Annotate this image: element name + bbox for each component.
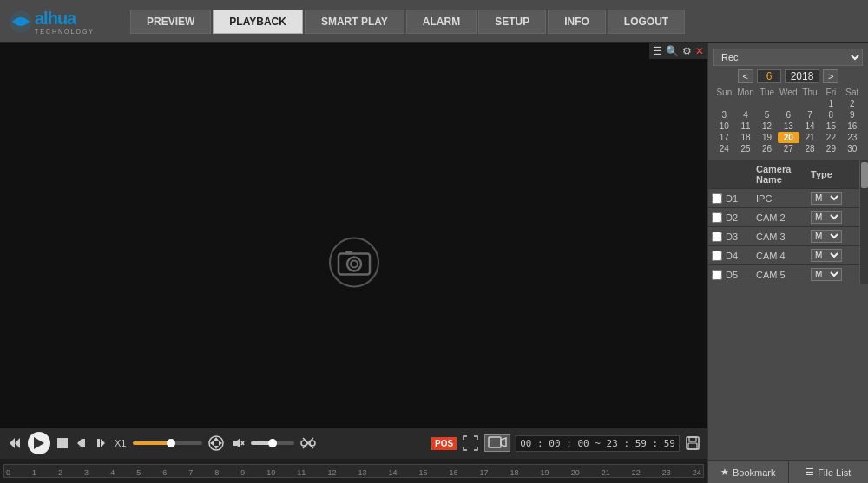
play-icon — [34, 437, 44, 449]
logo-text: alhua — [35, 9, 95, 29]
cal-day-22[interactable]: 22 — [820, 132, 841, 143]
cal-day-17[interactable]: 17 — [713, 132, 735, 143]
clip-button[interactable] — [299, 434, 317, 452]
rec-dropdown[interactable]: Rec — [713, 49, 863, 66]
time-range: 00 : 00 : 00 ~ 23 : 59 : 59 — [516, 435, 680, 452]
cal-day-28[interactable]: 28 — [799, 143, 821, 154]
svg-marker-16 — [214, 446, 219, 449]
stop-button[interactable] — [56, 436, 69, 450]
calendar-section: Rec < > Sun Mon Tue Wed Thu — [708, 43, 868, 160]
cal-day-2[interactable]: 2 — [842, 98, 863, 109]
move-button[interactable] — [207, 434, 225, 452]
file-list-button[interactable]: ☰ File List — [789, 461, 869, 483]
rewind-button[interactable] — [7, 435, 23, 451]
toolbar-zoom-icon[interactable]: 🔍 — [666, 45, 679, 57]
cal-day-16[interactable]: 16 — [842, 121, 863, 132]
nav-setup[interactable]: SETUP — [478, 10, 546, 34]
nav-playback[interactable]: PLAYBACK — [213, 10, 303, 34]
cal-day-24[interactable]: 24 — [713, 143, 735, 154]
cal-day-14[interactable]: 14 — [799, 121, 821, 132]
cam-name-d1: IPC — [756, 193, 811, 204]
cam-type-select-d1[interactable]: M S — [811, 192, 842, 205]
cam-checkbox-d3[interactable] — [712, 232, 722, 242]
logo-icon — [9, 10, 33, 34]
toolbar-search-icon[interactable]: ☰ — [653, 45, 662, 57]
svg-point-4 — [351, 260, 358, 267]
cal-day-23[interactable]: 23 — [842, 132, 863, 143]
cam-name-d4: CAM 4 — [756, 251, 811, 261]
cal-day-10[interactable]: 10 — [713, 121, 735, 132]
fullscreen-button[interactable] — [462, 434, 479, 452]
prev-frame-button[interactable] — [75, 436, 89, 450]
speed-slider[interactable] — [133, 441, 202, 445]
year-input[interactable] — [785, 69, 819, 83]
next-frame-button[interactable] — [94, 436, 108, 450]
cal-day-7[interactable]: 7 — [799, 109, 821, 121]
cam-checkbox-d4[interactable] — [712, 251, 722, 261]
month-input[interactable] — [757, 69, 781, 83]
playback-controls: X1 — [0, 428, 707, 459]
timeline-label-7: 7 — [188, 468, 193, 477]
prev-month-button[interactable]: < — [738, 69, 753, 83]
cal-day-1[interactable]: 1 — [820, 98, 841, 109]
next-month-button[interactable]: > — [823, 69, 838, 83]
cal-day-9[interactable]: 9 — [842, 109, 863, 121]
move-icon — [207, 434, 225, 452]
timeline-label-6: 6 — [162, 468, 167, 477]
toolbar-close-icon[interactable]: ✕ — [695, 45, 704, 57]
timeline-label-0: 0 — [6, 468, 10, 477]
cam-type-select-d3[interactable]: M S — [811, 230, 842, 243]
timeline-track[interactable]: 0 1 2 3 4 5 6 7 8 9 10 11 12 13 14 15 16 — [3, 464, 704, 478]
timeline-label-2: 2 — [58, 468, 62, 477]
cal-day-25[interactable]: 25 — [735, 143, 757, 154]
cam-checkbox-d1[interactable] — [712, 193, 722, 204]
nav-preview[interactable]: PREVIEW — [130, 10, 211, 34]
camera-row-d5[interactable]: D5 CAM 5 M S — [708, 265, 859, 284]
cal-day-21[interactable]: 21 — [799, 132, 821, 143]
cam-type-select-d2[interactable]: M S — [811, 211, 842, 224]
camera-row-d1[interactable]: D1 IPC M S — [708, 189, 859, 208]
cam-checkbox-d5[interactable] — [712, 270, 722, 280]
nav-logout[interactable]: LOGOUT — [608, 10, 685, 34]
cal-day-13[interactable]: 13 — [778, 121, 799, 132]
cal-day-4[interactable]: 4 — [735, 109, 757, 121]
cam-type-select-d4[interactable]: M S — [811, 249, 842, 262]
cam-type-select-d5[interactable]: M S — [811, 268, 842, 281]
cal-day-8[interactable]: 8 — [820, 109, 841, 121]
camera-scrollbar[interactable] — [859, 160, 868, 284]
nav-alarm[interactable]: ALARM — [406, 10, 477, 34]
mute-button[interactable] — [230, 435, 246, 451]
cal-day-18[interactable]: 18 — [735, 132, 757, 143]
toolbar-settings-icon[interactable]: ⚙ — [682, 45, 692, 57]
cal-day-11[interactable]: 11 — [735, 121, 757, 132]
timeline-label-20: 20 — [571, 468, 580, 477]
cam-checkbox-d2[interactable] — [712, 212, 722, 223]
cal-day-20[interactable]: 20 — [778, 132, 799, 143]
cal-day-12[interactable]: 12 — [756, 121, 778, 132]
camera-row-d4[interactable]: D4 CAM 4 M S — [708, 246, 859, 265]
cal-day-19[interactable]: 19 — [756, 132, 778, 143]
video-icon — [488, 436, 507, 448]
cal-header-wed: Wed — [778, 87, 799, 98]
cal-day-27[interactable]: 27 — [778, 143, 799, 154]
timeline[interactable]: 0 1 2 3 4 5 6 7 8 9 10 11 12 13 14 15 16 — [0, 459, 707, 483]
cal-day-6[interactable]: 6 — [778, 109, 799, 121]
cal-day-26[interactable]: 26 — [756, 143, 778, 154]
timeline-label-19: 19 — [541, 468, 549, 477]
cal-day-29[interactable]: 29 — [820, 143, 841, 154]
nav-smart-play[interactable]: SMART PLAY — [305, 10, 404, 34]
cal-day-3[interactable]: 3 — [713, 109, 735, 121]
volume-slider[interactable] — [251, 441, 294, 445]
nav-info[interactable]: INFO — [548, 10, 606, 34]
camera-row-d3[interactable]: D3 CAM 3 M S — [708, 227, 859, 246]
play-button[interactable] — [28, 432, 50, 454]
bookmark-button[interactable]: ★ Bookmark — [708, 461, 789, 483]
svg-point-3 — [347, 257, 361, 271]
video-record-button[interactable] — [484, 434, 510, 452]
cal-day-15[interactable]: 15 — [820, 121, 841, 132]
clip-icon — [299, 434, 317, 452]
cal-day-30[interactable]: 30 — [842, 143, 863, 154]
cal-day-5[interactable]: 5 — [756, 109, 778, 121]
camera-row-d2[interactable]: D2 CAM 2 M S — [708, 208, 859, 227]
save-button[interactable] — [685, 435, 700, 451]
